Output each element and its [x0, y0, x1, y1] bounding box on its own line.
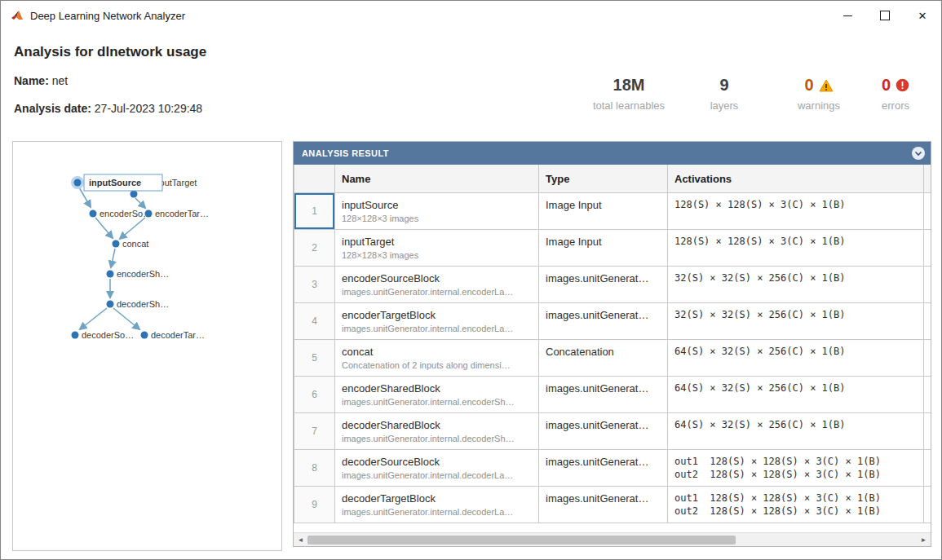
- stat-layers: 9 layers: [692, 76, 757, 112]
- column-header-name[interactable]: Name: [335, 165, 539, 193]
- table-row[interactable]: 5 concatConcatenation of 2 inputs along …: [294, 340, 931, 377]
- layer-type: Image Input: [539, 230, 668, 267]
- analysis-result-panel: ANALYSIS RESULT Name Type Activations L …: [293, 141, 931, 547]
- table-row[interactable]: 9 decoderTargetBlockimages.unitGenerator…: [294, 487, 931, 523]
- layer-subtitle: 128×128×3 images: [342, 250, 532, 260]
- layer-name: encoderTargetBlock: [342, 309, 532, 321]
- layer-subtitle: images.unitGenerator.internal.decoderSh…: [342, 434, 532, 443]
- layer-name: decoderTargetBlock: [342, 492, 532, 505]
- errors-label: errors: [863, 99, 928, 112]
- network-name-line: Name: net: [14, 74, 68, 87]
- layer-name: decoderSharedBlock: [342, 419, 532, 431]
- row-number: 6: [294, 377, 335, 413]
- layer-activations: out1 128(S) × 128(S) × 3(C) × 1(B) out2 …: [668, 487, 924, 523]
- layer-learnables: -: [924, 230, 931, 267]
- layer-activations: 128(S) × 128(S) × 3(C) × 1(B): [668, 193, 924, 230]
- scrollbar-track[interactable]: [307, 533, 917, 546]
- maximize-button[interactable]: [866, 1, 904, 30]
- layer-name: inputSource: [342, 199, 532, 211]
- row-number: 8: [294, 450, 335, 487]
- title-bar[interactable]: Deep Learning Network Analyzer ✕: [1, 1, 941, 30]
- layer-learnables: E: [924, 303, 931, 340]
- layer-type: images.unitGenerat…: [539, 450, 668, 487]
- close-button[interactable]: ✕: [904, 1, 941, 30]
- layer-activations: 32(S) × 32(S) × 256(C) × 1(B): [668, 303, 924, 340]
- scrollbar-thumb[interactable]: [307, 536, 736, 545]
- table-row[interactable]: 1 inputSource128×128×3 images Image Inpu…: [294, 193, 931, 230]
- diagram-node-label-concat: concat: [122, 239, 148, 249]
- stat-warnings: 0 warnings: [778, 76, 860, 112]
- layer-activations: 64(S) × 32(S) × 256(C) × 1(B): [668, 340, 924, 377]
- layer-learnables: D: [924, 413, 931, 450]
- scroll-right-arrow[interactable]: ►: [917, 533, 931, 546]
- collapse-chevron-button[interactable]: [911, 146, 926, 161]
- diagram-node-label-encoderSharedBlock: encoderSh…: [117, 269, 169, 279]
- row-number: 2: [294, 230, 335, 267]
- window-controls: ✕: [829, 1, 941, 30]
- name-label: Name:: [14, 74, 49, 87]
- minimize-button[interactable]: [829, 1, 866, 30]
- layer-name: concat: [342, 346, 532, 358]
- layer-subtitle: Concatenation of 2 inputs along dimensi…: [342, 360, 532, 370]
- table-row[interactable]: 4 encoderTargetBlockimages.unitGenerator…: [294, 303, 931, 340]
- layer-learnables: E: [924, 267, 931, 303]
- diagram-node-concat[interactable]: concat: [113, 239, 149, 249]
- minimize-icon: [843, 15, 852, 16]
- diagram-node-encoderTargetBlock[interactable]: encoderTar…: [145, 209, 210, 218]
- column-header-type[interactable]: Type: [539, 165, 668, 193]
- error-badge-icon: [896, 78, 909, 92]
- diagram-node-encoderSourceBlock[interactable]: encoderSo…: [90, 209, 153, 218]
- layer-name: encoderSharedBlock: [342, 382, 532, 395]
- layers-table: Name Type Activations L 1 inputSource128…: [294, 165, 931, 523]
- diagram-node-label-encoderSourceBlock: encoderSo…: [100, 209, 152, 218]
- warnings-label: warnings: [778, 99, 860, 112]
- layer-subtitle: images.unitGenerator.internal.decoderLa…: [342, 470, 532, 480]
- layer-learnables: D: [924, 450, 931, 487]
- layer-activations: out1 128(S) × 128(S) × 3(C) × 1(B) out2 …: [668, 450, 924, 487]
- learnables-label: total learnables: [572, 99, 686, 112]
- errors-count: 0: [882, 76, 891, 95]
- table-row[interactable]: 2 inputTarget128×128×3 images Image Inpu…: [294, 230, 931, 267]
- diagram-node-inputSource[interactable]: inputSource: [71, 174, 162, 191]
- network-diagram: inputTarget encoderSo… encoderTar… conca…: [13, 142, 281, 550]
- maximize-icon: [880, 11, 890, 20]
- learnables-count: 18M: [613, 76, 645, 95]
- column-header-index[interactable]: [294, 165, 335, 193]
- layer-type: images.unitGenerat…: [539, 303, 668, 340]
- scroll-left-arrow[interactable]: ◄: [294, 533, 307, 546]
- diagram-node-decoderTargetBlock[interactable]: decoderTar…: [141, 330, 206, 340]
- layer-type: images.unitGenerat…: [539, 377, 668, 413]
- table-row[interactable]: 8 decoderSourceBlockimages.unitGenerator…: [294, 450, 931, 487]
- date-label: Analysis date:: [14, 102, 91, 115]
- layer-type: images.unitGenerat…: [539, 487, 668, 523]
- horizontal-scrollbar[interactable]: ◄ ►: [294, 532, 931, 546]
- column-header-learnables[interactable]: L: [924, 165, 931, 193]
- layer-subtitle: 128×128×3 images: [342, 214, 532, 223]
- summary-header: Analysis for dlnetwork usage Name: net A…: [1, 30, 941, 133]
- table-row[interactable]: 6 encoderSharedBlockimages.unitGenerator…: [294, 377, 931, 413]
- layer-learnables: -: [924, 193, 931, 230]
- stat-total-learnables: 18M total learnables: [572, 76, 686, 112]
- layer-subtitle: images.unitGenerator.internal.encoderSh…: [342, 397, 532, 407]
- row-number: 3: [294, 267, 335, 303]
- diagram-node-decoderSourceBlock[interactable]: decoderSo…: [72, 330, 135, 340]
- column-header-activations[interactable]: Activations: [668, 165, 924, 193]
- app-window: Deep Learning Network Analyzer ✕ Analysi…: [0, 0, 942, 560]
- layer-activations: 64(S) × 32(S) × 256(C) × 1(B): [668, 413, 924, 450]
- layer-learnables: E: [924, 377, 931, 413]
- diagram-node-label-decoderSourceBlock: decoderSo…: [82, 330, 134, 340]
- row-number: 7: [294, 413, 335, 450]
- layer-activations: 32(S) × 32(S) × 256(C) × 1(B): [668, 267, 924, 303]
- table-row[interactable]: 3 encoderSourceBlockimages.unitGenerator…: [294, 267, 931, 303]
- table-row[interactable]: 7 decoderSharedBlockimages.unitGenerator…: [294, 413, 931, 450]
- matlab-logo-icon: [11, 9, 24, 22]
- layer-type: Concatenation: [539, 340, 668, 377]
- layer-name: encoderSourceBlock: [342, 272, 532, 284]
- page-title: Analysis for dlnetwork usage: [14, 44, 206, 60]
- row-number: 1: [294, 193, 335, 230]
- diagram-node-decoderSharedBlock[interactable]: decoderSh…: [107, 299, 170, 309]
- close-icon: ✕: [918, 10, 927, 22]
- diagram-node-encoderSharedBlock[interactable]: encoderSh…: [107, 269, 170, 279]
- layer-type: Image Input: [539, 193, 668, 230]
- layer-activations: 128(S) × 128(S) × 3(C) × 1(B): [668, 230, 924, 267]
